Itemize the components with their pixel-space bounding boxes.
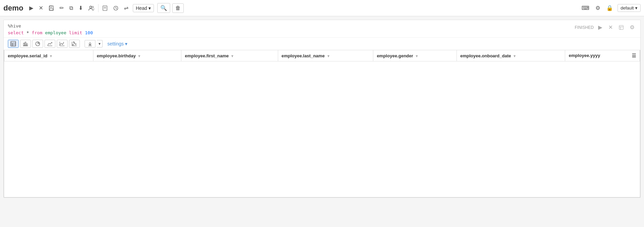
svg-rect-11 bbox=[619, 25, 623, 30]
svg-rect-1 bbox=[50, 6, 52, 7]
code-keyword-from: from bbox=[32, 30, 42, 35]
cell-header: %hive select * from employee limit 100 F… bbox=[4, 20, 640, 37]
code-keyword-limit: limit bbox=[69, 30, 82, 35]
settings-chevron-icon: ▾ bbox=[125, 41, 127, 46]
col-birthday-sort-icon: ▾ bbox=[138, 54, 140, 58]
col-last-name[interactable]: employee.last_name ▾ bbox=[278, 50, 373, 61]
svg-point-28 bbox=[75, 44, 76, 45]
lock-icon[interactable]: 🔒 bbox=[605, 3, 615, 13]
cell-status-text: FINISHED bbox=[575, 25, 594, 30]
search-icon[interactable]: 🔍 bbox=[157, 3, 170, 13]
col-yyyy[interactable]: employee.yyyy ☰ bbox=[565, 50, 640, 61]
table-header-row: employee.serial_id ▾ employee.birthday ▾… bbox=[4, 50, 640, 61]
settings-text: settings bbox=[107, 41, 124, 46]
data-table-wrapper[interactable]: employee.serial_id ▾ employee.birthday ▾… bbox=[4, 50, 640, 197]
svg-line-10 bbox=[116, 8, 117, 9]
clock-icon[interactable] bbox=[111, 4, 120, 12]
svg-rect-14 bbox=[11, 41, 16, 46]
default-label: default bbox=[621, 5, 634, 11]
people-icon[interactable] bbox=[87, 4, 96, 12]
download-nav-icon[interactable]: ⬇ bbox=[77, 3, 85, 13]
cell-table-icon[interactable] bbox=[617, 24, 625, 31]
copy-icon[interactable]: ⧉ bbox=[68, 4, 75, 13]
svg-point-3 bbox=[90, 6, 92, 8]
col-first-name-sort-icon: ▾ bbox=[231, 54, 233, 58]
head-dropdown-group: Head ▾ bbox=[133, 4, 154, 12]
col-serial-id-sort-icon: ▾ bbox=[50, 54, 52, 58]
main-content: %hive select * from employee limit 100 F… bbox=[0, 16, 644, 205]
trash-btn-group: 🗑 bbox=[172, 3, 184, 13]
play-icon[interactable]: ▶ bbox=[28, 3, 35, 13]
cell-sql-line: select * from employee limit 100 bbox=[8, 30, 93, 36]
svg-rect-20 bbox=[26, 44, 28, 46]
code-limit-value: 100 bbox=[85, 30, 93, 35]
trash-icon[interactable]: 🗑 bbox=[172, 3, 184, 13]
col-onboard-date[interactable]: employee.onboard_date ▾ bbox=[457, 50, 565, 61]
navbar: demo ▶ ✕ ✏ ⧉ ⬇ ⇌ bbox=[0, 0, 644, 16]
col-birthday-label: employee.birthday bbox=[97, 53, 136, 58]
file-icon[interactable] bbox=[101, 4, 109, 12]
cell-stop-icon[interactable]: ✕ bbox=[607, 23, 614, 32]
svg-rect-19 bbox=[25, 42, 26, 46]
col-gender-sort-icon: ▾ bbox=[416, 54, 418, 58]
code-star: * bbox=[26, 30, 32, 35]
table-body bbox=[4, 61, 640, 197]
col-last-name-sort-icon: ▾ bbox=[327, 54, 329, 58]
notebook-cell: %hive select * from employee limit 100 F… bbox=[3, 20, 641, 198]
col-menu-icon[interactable]: ☰ bbox=[632, 53, 636, 58]
col-onboard-date-sort-icon: ▾ bbox=[514, 54, 516, 58]
col-onboard-date-label: employee.onboard_date bbox=[460, 53, 511, 58]
cell-code: %hive select * from employee limit 100 bbox=[8, 23, 93, 36]
app-brand: demo bbox=[3, 4, 23, 13]
navbar-divider-1 bbox=[98, 4, 99, 12]
empty-row bbox=[4, 61, 640, 197]
cell-toolbar: ▾ settings ▾ bbox=[4, 37, 640, 50]
col-yyyy-label: employee.yyyy bbox=[569, 53, 600, 58]
line-viz-btn[interactable] bbox=[57, 40, 68, 48]
stop-icon[interactable]: ✕ bbox=[37, 3, 45, 13]
table-header: employee.serial_id ▾ employee.birthday ▾… bbox=[4, 50, 640, 61]
diff-icon[interactable]: ⇌ bbox=[122, 3, 130, 13]
cell-status-area: FINISHED ▶ ✕ ⚙ bbox=[575, 23, 636, 32]
table-viz-btn[interactable] bbox=[8, 40, 19, 48]
col-last-name-label: employee.last_name bbox=[282, 53, 325, 58]
svg-point-26 bbox=[73, 44, 74, 45]
head-chevron-icon: ▾ bbox=[148, 5, 151, 11]
settings-label-btn[interactable]: settings ▾ bbox=[105, 40, 129, 48]
col-gender-label: employee.gender bbox=[377, 53, 413, 58]
default-dropdown-btn[interactable]: default ▾ bbox=[618, 4, 641, 12]
col-first-name-label: employee.first_name bbox=[185, 53, 229, 58]
data-table: employee.serial_id ▾ employee.birthday ▾… bbox=[4, 50, 640, 197]
scatter-viz-btn[interactable] bbox=[69, 40, 80, 48]
cell-magic-line: %hive bbox=[8, 23, 93, 30]
default-chevron-icon: ▾ bbox=[635, 5, 638, 11]
col-gender[interactable]: employee.gender ▾ bbox=[373, 50, 457, 61]
svg-point-27 bbox=[74, 43, 75, 44]
navbar-file-icons: ⇌ bbox=[101, 3, 130, 13]
svg-point-4 bbox=[92, 6, 93, 8]
col-birthday[interactable]: employee.birthday ▾ bbox=[93, 50, 181, 61]
bar-viz-btn[interactable] bbox=[20, 40, 31, 48]
download-dropdown-btn[interactable]: ▾ bbox=[97, 40, 103, 48]
col-serial-id-label: employee.serial_id bbox=[8, 53, 47, 58]
col-serial-id[interactable]: employee.serial_id ▾ bbox=[4, 50, 93, 61]
gear-icon[interactable]: ⚙ bbox=[594, 3, 602, 13]
pie-viz-btn[interactable] bbox=[32, 40, 43, 48]
code-table-name: employee bbox=[45, 30, 69, 35]
cell-magic: %hive bbox=[8, 23, 21, 29]
keyboard-icon[interactable]: ⌨ bbox=[580, 3, 591, 13]
head-dropdown-btn[interactable]: Head ▾ bbox=[133, 4, 154, 12]
svg-rect-2 bbox=[50, 8, 53, 10]
svg-point-29 bbox=[73, 42, 74, 43]
cell-run-icon[interactable]: ▶ bbox=[596, 23, 604, 32]
head-label: Head bbox=[136, 5, 147, 11]
save-icon[interactable] bbox=[47, 4, 56, 12]
svg-rect-18 bbox=[23, 43, 24, 46]
navbar-left-icons: ▶ ✕ ✏ ⧉ ⬇ bbox=[28, 3, 96, 13]
navbar-right: ⌨ ⚙ 🔒 default ▾ bbox=[580, 3, 641, 13]
col-first-name[interactable]: employee.first_name ▾ bbox=[181, 50, 278, 61]
area-viz-btn[interactable] bbox=[44, 40, 55, 48]
edit-icon[interactable]: ✏ bbox=[58, 3, 66, 13]
download-data-btn[interactable] bbox=[85, 40, 95, 48]
cell-settings-icon[interactable]: ⚙ bbox=[628, 23, 636, 32]
